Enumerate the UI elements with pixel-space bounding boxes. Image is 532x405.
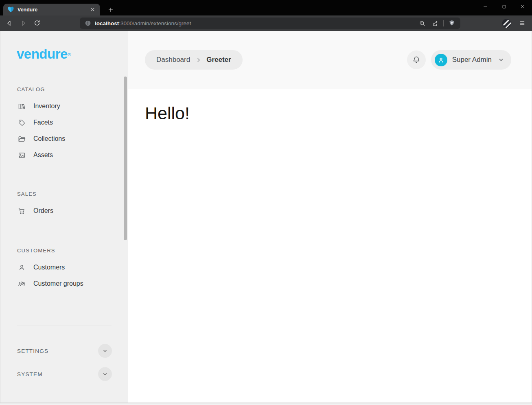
section-label-sales: SALES xyxy=(17,191,128,197)
browser-toolbar: localhost:3000/admin/extensions/greet xyxy=(0,15,532,31)
logo-text: vendure xyxy=(17,46,68,61)
sidebar-item-label: Assets xyxy=(33,151,53,159)
user-icon xyxy=(18,264,26,271)
maximize-button[interactable] xyxy=(495,0,513,13)
breadcrumb-dashboard-link[interactable]: Dashboard xyxy=(156,56,190,64)
sidebar-section-settings[interactable]: SETTINGS xyxy=(17,344,112,358)
new-tab-button[interactable] xyxy=(105,4,116,15)
browser-menu-icon[interactable] xyxy=(518,19,526,27)
sidebar-item-customers[interactable]: Customers xyxy=(0,259,128,276)
sidebar-item-label: Collections xyxy=(33,135,65,142)
folder-icon xyxy=(18,135,26,143)
sidebar-item-label: Customer groups xyxy=(33,280,83,287)
image-icon xyxy=(18,151,26,159)
sidebar-item-label: Orders xyxy=(33,207,53,215)
section-label-catalog: CATALOG xyxy=(17,86,128,92)
sidebar-scrollbar[interactable] xyxy=(124,77,127,240)
brave-rewards-icon[interactable] xyxy=(501,18,512,28)
bell-icon xyxy=(412,55,421,64)
vendure-logo[interactable]: vendure® xyxy=(0,31,128,60)
url-text: localhost:3000/admin/extensions/greet xyxy=(95,20,191,26)
breadcrumb: Dashboard Greeter xyxy=(145,50,243,70)
notifications-button[interactable] xyxy=(407,50,426,69)
section-label-customers: CUSTOMERS xyxy=(17,247,128,254)
sidebar: vendure® CATALOG Inventory xyxy=(0,31,128,403)
main-area: Dashboard Greeter xyxy=(128,31,532,403)
browser-window: Vendure xyxy=(0,0,532,405)
users-icon xyxy=(18,280,26,288)
sidebar-item-facets[interactable]: Facets xyxy=(0,114,128,131)
site-info-icon[interactable] xyxy=(85,20,91,26)
window-controls xyxy=(476,0,532,13)
browser-titlebar: Vendure xyxy=(0,0,532,15)
section-label-system: SYSTEM xyxy=(17,371,43,377)
page-content: Hello! xyxy=(128,89,532,403)
url-host: localhost xyxy=(95,20,119,26)
sidebar-item-orders[interactable]: Orders xyxy=(0,203,128,219)
header-actions: Super Admin xyxy=(407,50,511,70)
chevron-right-icon xyxy=(195,57,201,63)
share-icon[interactable] xyxy=(431,20,439,27)
address-bar[interactable]: localhost:3000/admin/extensions/greet xyxy=(80,18,460,29)
main-header: Dashboard Greeter xyxy=(128,31,532,89)
toolbar-right-actions xyxy=(501,18,532,28)
user-name: Super Admin xyxy=(452,56,492,64)
avatar xyxy=(435,54,447,66)
tab-close-icon[interactable] xyxy=(89,6,96,13)
cart-icon xyxy=(18,207,26,215)
sidebar-item-label: Inventory xyxy=(33,103,60,110)
close-window-button[interactable] xyxy=(513,0,532,13)
toolbar-divider xyxy=(443,20,444,26)
zoom-icon[interactable] xyxy=(418,20,426,27)
sidebar-item-customer-groups[interactable]: Customer groups xyxy=(0,276,128,292)
url-path: :3000/admin/extensions/greet xyxy=(119,20,191,26)
greeting-heading: Hello! xyxy=(145,103,532,123)
sidebar-item-assets[interactable]: Assets xyxy=(0,147,128,163)
sidebar-divider xyxy=(17,326,112,326)
minimize-button[interactable] xyxy=(476,0,495,13)
sidebar-item-inventory[interactable]: Inventory xyxy=(0,98,128,114)
sidebar-section-system[interactable]: SYSTEM xyxy=(17,367,112,381)
tab-title: Vendure xyxy=(18,7,89,13)
tag-icon xyxy=(18,119,26,127)
browser-tab[interactable]: Vendure xyxy=(3,4,100,15)
breadcrumb-current: Greeter xyxy=(206,56,231,64)
sidebar-item-label: Customers xyxy=(33,264,65,271)
brave-shield-icon[interactable] xyxy=(448,20,455,27)
forward-button[interactable] xyxy=(20,20,27,27)
chevron-down-icon xyxy=(497,57,504,63)
vendure-favicon-icon xyxy=(7,6,14,13)
page: vendure® CATALOG Inventory xyxy=(0,31,532,403)
logo-registered-mark: ® xyxy=(68,52,71,57)
sidebar-item-label: Facets xyxy=(33,119,53,126)
sidebar-item-collections[interactable]: Collections xyxy=(0,131,128,147)
library-icon xyxy=(18,103,26,110)
user-menu-button[interactable]: Super Admin xyxy=(431,50,511,70)
reload-button[interactable] xyxy=(33,20,41,27)
address-bar-actions xyxy=(418,20,455,27)
back-button[interactable] xyxy=(6,20,13,27)
section-label-settings: SETTINGS xyxy=(17,348,48,354)
window-bottom-edge xyxy=(0,403,532,405)
chevron-down-icon[interactable] xyxy=(98,344,112,358)
chevron-down-icon[interactable] xyxy=(98,367,112,381)
